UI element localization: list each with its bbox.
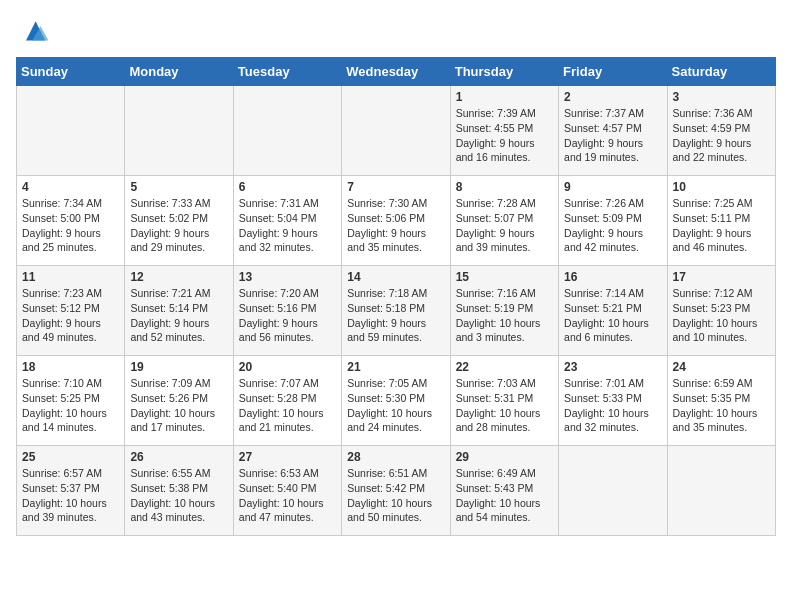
calendar-cell [342, 86, 450, 176]
calendar-cell: 7Sunrise: 7:30 AM Sunset: 5:06 PM Daylig… [342, 176, 450, 266]
day-info: Sunrise: 7:37 AM Sunset: 4:57 PM Dayligh… [564, 106, 661, 165]
calendar-cell: 25Sunrise: 6:57 AM Sunset: 5:37 PM Dayli… [17, 446, 125, 536]
day-number: 13 [239, 270, 336, 284]
page-header [16, 16, 776, 49]
day-info: Sunrise: 7:12 AM Sunset: 5:23 PM Dayligh… [673, 286, 770, 345]
day-info: Sunrise: 7:18 AM Sunset: 5:18 PM Dayligh… [347, 286, 444, 345]
day-number: 28 [347, 450, 444, 464]
calendar-cell: 6Sunrise: 7:31 AM Sunset: 5:04 PM Daylig… [233, 176, 341, 266]
calendar-table: SundayMondayTuesdayWednesdayThursdayFrid… [16, 57, 776, 536]
day-info: Sunrise: 7:20 AM Sunset: 5:16 PM Dayligh… [239, 286, 336, 345]
calendar-cell: 8Sunrise: 7:28 AM Sunset: 5:07 PM Daylig… [450, 176, 558, 266]
calendar-cell [233, 86, 341, 176]
day-number: 3 [673, 90, 770, 104]
day-number: 24 [673, 360, 770, 374]
day-info: Sunrise: 6:55 AM Sunset: 5:38 PM Dayligh… [130, 466, 227, 525]
day-info: Sunrise: 7:25 AM Sunset: 5:11 PM Dayligh… [673, 196, 770, 255]
calendar-cell: 15Sunrise: 7:16 AM Sunset: 5:19 PM Dayli… [450, 266, 558, 356]
day-info: Sunrise: 6:49 AM Sunset: 5:43 PM Dayligh… [456, 466, 553, 525]
day-info: Sunrise: 7:31 AM Sunset: 5:04 PM Dayligh… [239, 196, 336, 255]
day-number: 2 [564, 90, 661, 104]
day-info: Sunrise: 7:07 AM Sunset: 5:28 PM Dayligh… [239, 376, 336, 435]
day-number: 23 [564, 360, 661, 374]
day-number: 19 [130, 360, 227, 374]
col-header-sunday: Sunday [17, 58, 125, 86]
col-header-monday: Monday [125, 58, 233, 86]
calendar-cell: 23Sunrise: 7:01 AM Sunset: 5:33 PM Dayli… [559, 356, 667, 446]
day-info: Sunrise: 7:28 AM Sunset: 5:07 PM Dayligh… [456, 196, 553, 255]
day-number: 5 [130, 180, 227, 194]
calendar-cell: 10Sunrise: 7:25 AM Sunset: 5:11 PM Dayli… [667, 176, 775, 266]
calendar-cell: 20Sunrise: 7:07 AM Sunset: 5:28 PM Dayli… [233, 356, 341, 446]
calendar-cell: 13Sunrise: 7:20 AM Sunset: 5:16 PM Dayli… [233, 266, 341, 356]
day-info: Sunrise: 7:26 AM Sunset: 5:09 PM Dayligh… [564, 196, 661, 255]
calendar-cell: 14Sunrise: 7:18 AM Sunset: 5:18 PM Dayli… [342, 266, 450, 356]
day-info: Sunrise: 7:14 AM Sunset: 5:21 PM Dayligh… [564, 286, 661, 345]
day-info: Sunrise: 7:39 AM Sunset: 4:55 PM Dayligh… [456, 106, 553, 165]
calendar-cell [667, 446, 775, 536]
calendar-cell: 17Sunrise: 7:12 AM Sunset: 5:23 PM Dayli… [667, 266, 775, 356]
day-number: 17 [673, 270, 770, 284]
calendar-cell [125, 86, 233, 176]
day-number: 27 [239, 450, 336, 464]
calendar-cell: 18Sunrise: 7:10 AM Sunset: 5:25 PM Dayli… [17, 356, 125, 446]
day-number: 29 [456, 450, 553, 464]
day-number: 21 [347, 360, 444, 374]
day-info: Sunrise: 6:51 AM Sunset: 5:42 PM Dayligh… [347, 466, 444, 525]
calendar-cell: 9Sunrise: 7:26 AM Sunset: 5:09 PM Daylig… [559, 176, 667, 266]
calendar-week-row: 25Sunrise: 6:57 AM Sunset: 5:37 PM Dayli… [17, 446, 776, 536]
col-header-wednesday: Wednesday [342, 58, 450, 86]
calendar-cell: 11Sunrise: 7:23 AM Sunset: 5:12 PM Dayli… [17, 266, 125, 356]
day-info: Sunrise: 7:36 AM Sunset: 4:59 PM Dayligh… [673, 106, 770, 165]
calendar-cell [559, 446, 667, 536]
calendar-cell: 1Sunrise: 7:39 AM Sunset: 4:55 PM Daylig… [450, 86, 558, 176]
calendar-cell: 21Sunrise: 7:05 AM Sunset: 5:30 PM Dayli… [342, 356, 450, 446]
day-number: 22 [456, 360, 553, 374]
day-info: Sunrise: 7:03 AM Sunset: 5:31 PM Dayligh… [456, 376, 553, 435]
calendar-cell [17, 86, 125, 176]
day-info: Sunrise: 6:59 AM Sunset: 5:35 PM Dayligh… [673, 376, 770, 435]
col-header-saturday: Saturday [667, 58, 775, 86]
day-info: Sunrise: 7:34 AM Sunset: 5:00 PM Dayligh… [22, 196, 119, 255]
calendar-cell: 2Sunrise: 7:37 AM Sunset: 4:57 PM Daylig… [559, 86, 667, 176]
calendar-cell: 28Sunrise: 6:51 AM Sunset: 5:42 PM Dayli… [342, 446, 450, 536]
day-number: 4 [22, 180, 119, 194]
calendar-week-row: 18Sunrise: 7:10 AM Sunset: 5:25 PM Dayli… [17, 356, 776, 446]
day-number: 15 [456, 270, 553, 284]
calendar-cell: 5Sunrise: 7:33 AM Sunset: 5:02 PM Daylig… [125, 176, 233, 266]
day-info: Sunrise: 7:23 AM Sunset: 5:12 PM Dayligh… [22, 286, 119, 345]
day-number: 16 [564, 270, 661, 284]
logo-icon [18, 16, 50, 44]
calendar-week-row: 1Sunrise: 7:39 AM Sunset: 4:55 PM Daylig… [17, 86, 776, 176]
calendar-cell: 27Sunrise: 6:53 AM Sunset: 5:40 PM Dayli… [233, 446, 341, 536]
day-number: 14 [347, 270, 444, 284]
day-info: Sunrise: 7:01 AM Sunset: 5:33 PM Dayligh… [564, 376, 661, 435]
day-number: 18 [22, 360, 119, 374]
calendar-cell: 16Sunrise: 7:14 AM Sunset: 5:21 PM Dayli… [559, 266, 667, 356]
day-info: Sunrise: 7:16 AM Sunset: 5:19 PM Dayligh… [456, 286, 553, 345]
calendar-cell: 24Sunrise: 6:59 AM Sunset: 5:35 PM Dayli… [667, 356, 775, 446]
day-info: Sunrise: 7:33 AM Sunset: 5:02 PM Dayligh… [130, 196, 227, 255]
calendar-week-row: 4Sunrise: 7:34 AM Sunset: 5:00 PM Daylig… [17, 176, 776, 266]
calendar-week-row: 11Sunrise: 7:23 AM Sunset: 5:12 PM Dayli… [17, 266, 776, 356]
day-info: Sunrise: 7:05 AM Sunset: 5:30 PM Dayligh… [347, 376, 444, 435]
day-number: 25 [22, 450, 119, 464]
calendar-cell: 26Sunrise: 6:55 AM Sunset: 5:38 PM Dayli… [125, 446, 233, 536]
day-info: Sunrise: 7:30 AM Sunset: 5:06 PM Dayligh… [347, 196, 444, 255]
col-header-friday: Friday [559, 58, 667, 86]
calendar-cell: 3Sunrise: 7:36 AM Sunset: 4:59 PM Daylig… [667, 86, 775, 176]
calendar-cell: 22Sunrise: 7:03 AM Sunset: 5:31 PM Dayli… [450, 356, 558, 446]
day-number: 12 [130, 270, 227, 284]
day-number: 8 [456, 180, 553, 194]
logo [16, 20, 50, 49]
calendar-header-row: SundayMondayTuesdayWednesdayThursdayFrid… [17, 58, 776, 86]
day-info: Sunrise: 7:10 AM Sunset: 5:25 PM Dayligh… [22, 376, 119, 435]
day-number: 11 [22, 270, 119, 284]
day-number: 20 [239, 360, 336, 374]
day-number: 26 [130, 450, 227, 464]
day-number: 10 [673, 180, 770, 194]
calendar-cell: 4Sunrise: 7:34 AM Sunset: 5:00 PM Daylig… [17, 176, 125, 266]
col-header-tuesday: Tuesday [233, 58, 341, 86]
day-number: 7 [347, 180, 444, 194]
calendar-cell: 19Sunrise: 7:09 AM Sunset: 5:26 PM Dayli… [125, 356, 233, 446]
